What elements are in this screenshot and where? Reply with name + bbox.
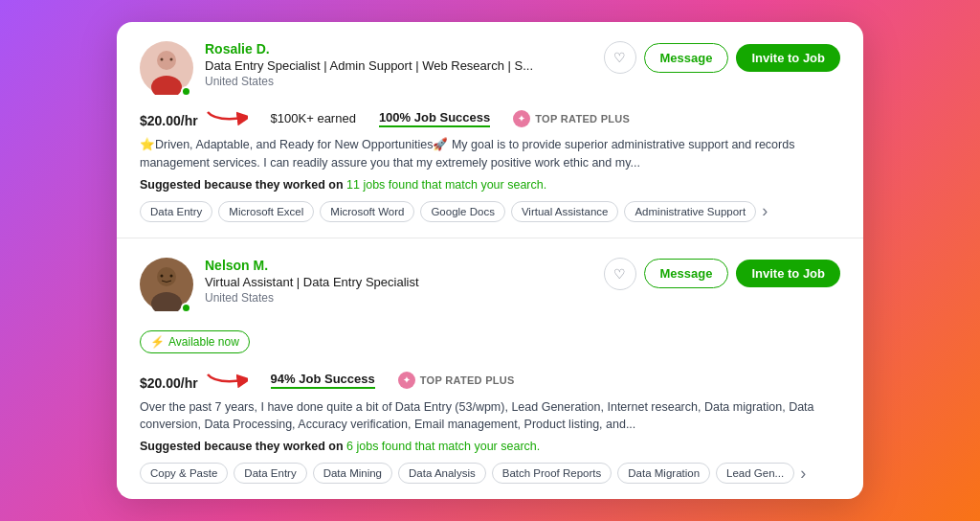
skills-more-button[interactable]: › [800,464,806,484]
suggested-text: Suggested because they worked on 11 jobs… [140,178,840,192]
action-buttons: ♡ Message Invite to Job [604,41,840,74]
skill-tag[interactable]: Microsoft Excel [218,201,314,222]
hourly-rate: $20.00/hr [140,371,248,391]
rate-value: $20.00/hr [140,113,198,128]
avatar-wrapper [140,258,193,315]
message-button[interactable]: Message [644,259,729,288]
svg-point-1 [157,51,176,70]
suggested-text: Suggested because they worked on 6 jobs … [140,440,840,453]
skills-row: Copy & Paste Data Entry Data Mining Data… [140,463,840,484]
invite-button[interactable]: Invite to Job [736,44,840,72]
available-badge: ⚡ Available now [140,330,250,353]
message-button[interactable]: Message [644,43,729,73]
skill-tag[interactable]: Copy & Paste [140,463,228,484]
favorite-button[interactable]: ♡ [604,41,636,74]
freelancer-description: ⭐Driven, Adaptable, and Ready for New Op… [140,136,840,172]
arrow-indicator [206,108,248,128]
online-indicator [181,86,191,97]
svg-point-9 [170,274,173,277]
profile-info: Rosalie D. Data Entry Specialist | Admin… [205,41,533,88]
skill-tag[interactable]: Data Analysis [398,463,486,484]
job-success: 100% Job Success [379,110,490,127]
skills-more-button[interactable]: › [762,201,768,221]
top-rated-icon: ✦ [398,372,415,389]
freelancer-title: Data Entry Specialist | Admin Support | … [205,58,533,73]
freelancer-title: Virtual Assistant | Data Entry Specialis… [205,275,419,289]
freelancer-location: United States [205,291,419,305]
skill-tag[interactable]: Data Entry [234,463,306,484]
top-rated-icon: ✦ [513,110,530,127]
skill-tag[interactable]: Administrative Support [624,201,756,222]
freelancer-description: Over the past 7 years, I have done quite… [140,398,840,435]
top-rated-badge: ✦ TOP RATED PLUS [513,110,630,127]
top-rated-label: TOP RATED PLUS [535,113,630,125]
skill-tag[interactable]: Data Migration [617,463,710,484]
rate-value: $20.00/hr [140,375,198,391]
action-buttons: ♡ Message Invite to Job [604,258,840,290]
invite-button[interactable]: Invite to Job [736,260,840,287]
suggested-link[interactable]: 11 jobs found that match your search. [346,178,546,192]
svg-point-4 [170,58,173,61]
arrow-indicator [206,371,248,391]
skill-tag[interactable]: Virtual Assistance [511,201,619,222]
skill-tag[interactable]: Google Docs [420,201,504,222]
skill-tag[interactable]: Data Entry [140,201,212,222]
freelancer-name: Rosalie D. [205,41,533,57]
svg-point-8 [161,274,164,277]
skills-row: Data Entry Microsoft Excel Microsoft Wor… [140,201,840,222]
skill-tag[interactable]: Microsoft Word [320,201,414,222]
top-rated-badge: ✦ TOP RATED PLUS [398,372,515,389]
profile-info: Nelson M. Virtual Assistant | Data Entry… [205,258,419,305]
hourly-rate: $20.00/hr [140,108,248,128]
freelancer-location: United States [205,75,533,88]
profile-section: Rosalie D. Data Entry Specialist | Admin… [140,41,533,99]
top-rated-label: TOP RATED PLUS [420,374,515,386]
freelancer-list: Rosalie D. Data Entry Specialist | Admin… [117,22,863,499]
skill-tag[interactable]: Data Mining [313,463,392,484]
stats-row: $20.00/hr 94% Job Success ✦ TOP RATED [140,371,840,391]
online-indicator [181,303,191,313]
favorite-button[interactable]: ♡ [604,258,636,290]
job-success: 94% Job Success [271,372,375,389]
stats-row: $20.00/hr $100K+ earned 100% Job Success [140,108,840,128]
freelancer-card: Rosalie D. Data Entry Specialist | Admin… [117,22,863,238]
earned-amount: $100K+ earned [271,111,356,125]
svg-point-3 [161,58,164,61]
profile-section: Nelson M. Virtual Assistant | Data Entry… [140,258,419,315]
skill-tag[interactable]: Batch Proof Reports [492,463,612,484]
freelancer-name: Nelson M. [205,258,419,273]
available-label: Available now [168,335,239,349]
avatar-wrapper [140,41,193,99]
skill-tag[interactable]: Lead Gen... [716,463,794,484]
lightning-icon: ⚡ [150,335,165,349]
freelancer-card: Nelson M. Virtual Assistant | Data Entry… [117,238,863,500]
svg-point-6 [157,267,176,286]
suggested-link[interactable]: 6 jobs found that match your search. [346,440,540,453]
